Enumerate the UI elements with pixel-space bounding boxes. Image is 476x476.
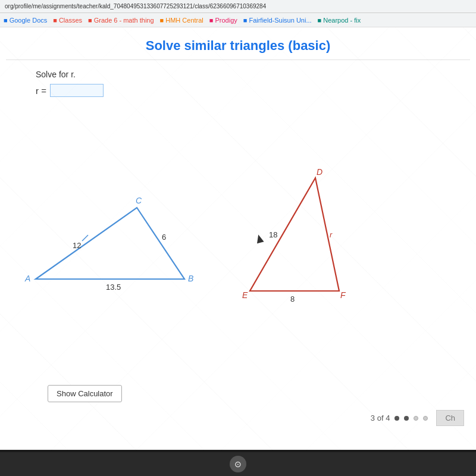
bookmark-classes[interactable]: ■ Classes [53, 17, 82, 24]
svg-marker-2 [250, 178, 339, 291]
url-bar: org/profile/me/assignments/teacher/kald_… [0, 0, 476, 13]
triangles-area: A B C 12 6 13.5 D E F 18 r 8 [0, 107, 476, 321]
triangles-svg: A B C 12 6 13.5 D E F 18 r 8 [0, 107, 476, 321]
svg-line-1 [82, 235, 88, 241]
side-DF-label: r [330, 230, 333, 239]
side-EF-label: 8 [290, 295, 295, 303]
bookmark-prodigy[interactable]: ■ Prodigy [209, 17, 237, 24]
main-content: Solve similar triangles (basic) Solve fo… [0, 27, 476, 450]
label-E: E [242, 290, 248, 300]
divider [6, 60, 470, 60]
label-F: F [340, 290, 346, 300]
progress-dot-2 [404, 416, 409, 421]
solve-for-label: Solve for r. [36, 70, 476, 79]
bottom-bar: 3 of 4 Ch [371, 410, 464, 426]
label-D: D [317, 167, 322, 177]
taskbar-icon: ⊙ [230, 456, 246, 472]
svg-marker-0 [36, 208, 184, 279]
bookmark-nearpod[interactable]: ■ Nearpod - fix [318, 17, 361, 24]
side-AB-label: 13.5 [106, 283, 121, 292]
label-A: A [24, 274, 30, 283]
progress-text: 3 of 4 [371, 414, 390, 422]
page-title: Solve similar triangles (basic) [0, 27, 476, 60]
bookmarks-bar: ■ Google Docs ■ Classes ■ Grade 6 - math… [0, 13, 476, 27]
check-button[interactable]: Ch [436, 410, 464, 426]
bookmark-hmh[interactable]: ■ HMH Central [160, 17, 203, 24]
bookmark-grade6[interactable]: ■ Grade 6 - math thing [88, 17, 154, 24]
taskbar: ⊙ [0, 452, 476, 476]
r-input-row: r = [36, 84, 476, 97]
label-B: B [188, 274, 193, 283]
bookmark-fairfield[interactable]: ■ Fairfield-Suisun Uni... [243, 17, 312, 24]
side-DE-label: 18 [269, 230, 277, 239]
bookmark-google-docs[interactable]: ■ Google Docs [4, 17, 47, 24]
r-equals-label: r = [36, 86, 46, 96]
progress-dot-1 [394, 416, 399, 421]
show-calculator-button[interactable]: Show Calculator [48, 385, 122, 402]
side-AC-label: 12 [73, 241, 81, 250]
side-CB-label: 6 [162, 233, 166, 242]
progress-dot-4 [423, 416, 428, 421]
r-input[interactable] [50, 84, 104, 97]
progress-dot-3 [414, 416, 418, 421]
label-C: C [136, 196, 142, 205]
